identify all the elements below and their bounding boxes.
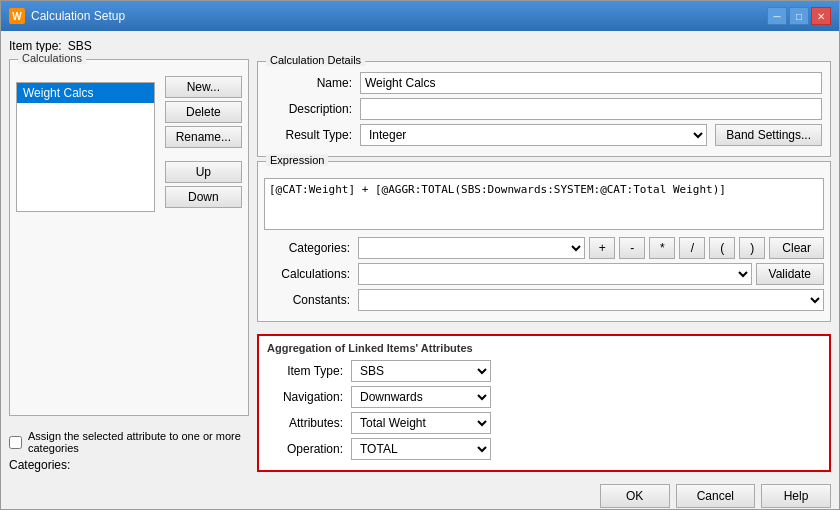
aggr-item-type-row: Item Type: SBS [267, 360, 821, 382]
content-area: Item type: SBS Calculations Weight Calcs… [1, 31, 839, 510]
calc-buttons: New... Delete Rename... Up Down [165, 76, 242, 212]
calc-area: Weight Calcs New... Delete Rename... Up … [16, 76, 242, 212]
assign-checkbox-area: Assign the selected attribute to one or … [9, 426, 249, 472]
checkbox-row: Assign the selected attribute to one or … [9, 430, 249, 454]
description-row: Description: [266, 98, 822, 120]
item-type-row: Item type: SBS [9, 39, 831, 53]
rename-button[interactable]: Rename... [165, 126, 242, 148]
window-title: Calculation Setup [31, 9, 125, 23]
calc-details-group: Calculation Details Name: Description: R… [257, 61, 831, 157]
aggr-item-type-label: Item Type: [267, 364, 347, 378]
categories-dropdown-label: Categories: [264, 241, 354, 255]
list-item[interactable]: Weight Calcs [17, 83, 154, 103]
calculations-row: Calculations: Validate [264, 263, 824, 285]
app-icon: W [9, 8, 25, 24]
operator-row: Categories: + - * / ( ) Clear [264, 237, 824, 259]
constants-row: Constants: [264, 289, 824, 311]
calculations-dropdown-label: Calculations: [264, 267, 354, 281]
aggr-navigation-row: Navigation: Downwards [267, 386, 821, 408]
categories-row: Categories: [9, 458, 249, 472]
title-controls: ─ □ ✕ [767, 7, 831, 25]
divide-button[interactable]: / [679, 237, 705, 259]
left-panel: Calculations Weight Calcs New... Delete … [9, 59, 249, 472]
description-input[interactable] [360, 98, 822, 120]
band-settings-button[interactable]: Band Settings... [715, 124, 822, 146]
item-type-label: Item type: [9, 39, 62, 53]
aggr-operation-select[interactable]: TOTAL [351, 438, 491, 460]
right-panel: Calculation Details Name: Description: R… [257, 59, 831, 472]
categories-dropdown[interactable] [358, 237, 585, 259]
assign-checkbox[interactable] [9, 436, 22, 449]
calc-details-title: Calculation Details [266, 54, 365, 66]
cancel-button[interactable]: Cancel [676, 484, 755, 508]
ok-button[interactable]: OK [600, 484, 670, 508]
calculations-group-title: Calculations [18, 52, 86, 64]
close-button[interactable]: ✕ [811, 7, 831, 25]
expression-title: Expression [266, 154, 328, 166]
calculations-group: Calculations Weight Calcs New... Delete … [9, 59, 249, 416]
main-window: W Calculation Setup ─ □ ✕ Item type: SBS… [0, 0, 840, 510]
clear-button[interactable]: Clear [769, 237, 824, 259]
help-button[interactable]: Help [761, 484, 831, 508]
description-label: Description: [266, 102, 356, 116]
close-paren-button[interactable]: ) [739, 237, 765, 259]
delete-button[interactable]: Delete [165, 101, 242, 123]
maximize-button[interactable]: □ [789, 7, 809, 25]
multiply-button[interactable]: * [649, 237, 675, 259]
title-bar: W Calculation Setup ─ □ ✕ [1, 1, 839, 31]
aggr-item-type-select[interactable]: SBS [351, 360, 491, 382]
assign-label: Assign the selected attribute to one or … [28, 430, 249, 454]
calc-list[interactable]: Weight Calcs [16, 82, 155, 212]
aggr-attributes-row: Attributes: Total Weight [267, 412, 821, 434]
up-button[interactable]: Up [165, 161, 242, 183]
validate-button[interactable]: Validate [756, 263, 824, 285]
main-panels: Calculations Weight Calcs New... Delete … [9, 59, 831, 472]
footer-buttons: OK Cancel Help [9, 484, 831, 508]
new-button[interactable]: New... [165, 76, 242, 98]
aggr-attributes-label: Attributes: [267, 416, 347, 430]
aggregation-title: Aggregation of Linked Items' Attributes [267, 342, 821, 354]
minimize-button[interactable]: ─ [767, 7, 787, 25]
aggr-attributes-select[interactable]: Total Weight [351, 412, 491, 434]
result-type-label: Result Type: [266, 128, 356, 142]
expression-textarea[interactable]: [@CAT:Weight] + [@AGGR:TOTAL(SBS:Downwar… [264, 178, 824, 230]
calculations-dropdown[interactable] [358, 263, 752, 285]
down-button[interactable]: Down [165, 186, 242, 208]
open-paren-button[interactable]: ( [709, 237, 735, 259]
aggregation-box: Aggregation of Linked Items' Attributes … [257, 334, 831, 472]
constants-dropdown[interactable] [358, 289, 824, 311]
aggr-navigation-select[interactable]: Downwards [351, 386, 491, 408]
minus-button[interactable]: - [619, 237, 645, 259]
expression-group: Expression [@CAT:Weight] + [@AGGR:TOTAL(… [257, 161, 831, 322]
aggr-operation-label: Operation: [267, 442, 347, 456]
plus-button[interactable]: + [589, 237, 615, 259]
constants-dropdown-label: Constants: [264, 293, 354, 307]
name-input[interactable] [360, 72, 822, 94]
name-row: Name: [266, 72, 822, 94]
aggr-operation-row: Operation: TOTAL COUNT MEAN MIN MAX [267, 438, 821, 460]
aggr-navigation-label: Navigation: [267, 390, 347, 404]
result-type-select[interactable]: Integer [360, 124, 707, 146]
item-type-value: SBS [68, 39, 92, 53]
result-type-row: Result Type: Integer Band Settings... [266, 124, 822, 146]
title-bar-left: W Calculation Setup [9, 8, 125, 24]
name-label: Name: [266, 76, 356, 90]
categories-label: Categories: [9, 458, 70, 472]
